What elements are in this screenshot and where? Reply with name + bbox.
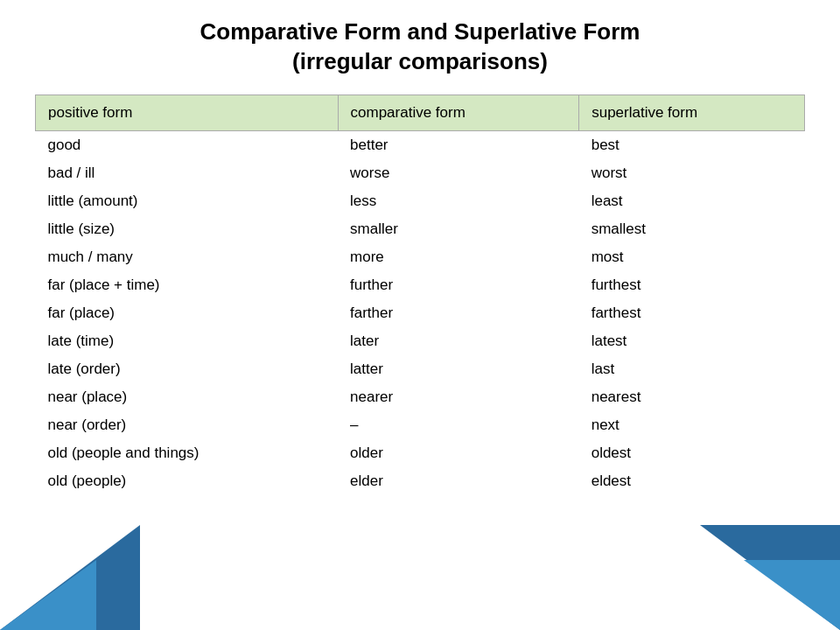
table-cell: better — [338, 130, 579, 159]
table-row: late (order)latterlast — [36, 355, 805, 383]
table-cell: good — [36, 130, 339, 159]
table-cell: smallest — [579, 215, 805, 243]
table-cell: next — [579, 411, 805, 439]
table-cell: worst — [579, 159, 805, 187]
table-cell: late (order) — [36, 355, 339, 383]
table-cell: eldest — [579, 467, 805, 495]
table-cell: furthest — [579, 271, 805, 299]
table-cell: latter — [338, 355, 579, 383]
table-cell: old (people and things) — [36, 439, 339, 467]
table-cell: near (place) — [36, 383, 339, 411]
table-header-row: positive form comparative form superlati… — [36, 94, 805, 130]
table-row: old (people and things)olderoldest — [36, 439, 805, 467]
header-positive-form: positive form — [36, 94, 339, 130]
table-cell: near (order) — [36, 411, 339, 439]
table-row: near (place)nearernearest — [36, 383, 805, 411]
table-row: late (time)laterlatest — [36, 327, 805, 355]
table-cell: older — [338, 439, 579, 467]
deco-left-inner-triangle — [0, 560, 96, 630]
header-superlative-form: superlative form — [579, 94, 805, 130]
page-wrapper: Comparative Form and Superlative Form (i… — [0, 0, 840, 630]
table-cell: smaller — [338, 215, 579, 243]
table-cell: last — [579, 355, 805, 383]
table-row: far (place)fartherfarthest — [36, 299, 805, 327]
table-cell: further — [338, 271, 579, 299]
table-cell: nearest — [579, 383, 805, 411]
table-cell: best — [579, 130, 805, 159]
table-cell: little (size) — [36, 215, 339, 243]
table-cell: elder — [338, 467, 579, 495]
table-cell: oldest — [579, 439, 805, 467]
deco-right-inner-triangle — [744, 560, 840, 630]
table-cell: farther — [338, 299, 579, 327]
table-row: far (place + time)furtherfurthest — [36, 271, 805, 299]
table-row: much / manymoremost — [36, 243, 805, 271]
table-cell: nearer — [338, 383, 579, 411]
table-cell: bad / ill — [36, 159, 339, 187]
table-cell: little (amount) — [36, 187, 339, 215]
table-cell: far (place) — [36, 299, 339, 327]
table-row: little (amount)lessleast — [36, 187, 805, 215]
header-comparative-form: comparative form — [338, 94, 579, 130]
table-cell: worse — [338, 159, 579, 187]
table-cell: old (people) — [36, 467, 339, 495]
table-row: little (size)smallersmallest — [36, 215, 805, 243]
table-cell: late (time) — [36, 327, 339, 355]
table-row: bad / illworseworst — [36, 159, 805, 187]
table-cell: later — [338, 327, 579, 355]
table-cell: latest — [579, 327, 805, 355]
table-row: goodbetterbest — [36, 130, 805, 159]
table-cell: far (place + time) — [36, 271, 339, 299]
table-cell: least — [579, 187, 805, 215]
table-cell: more — [338, 243, 579, 271]
table-row: near (order)–next — [36, 411, 805, 439]
table-row: old (people)eldereldest — [36, 467, 805, 495]
comparison-table: positive form comparative form superlati… — [35, 94, 805, 495]
table-cell: – — [338, 411, 579, 439]
table-cell: farthest — [579, 299, 805, 327]
table-cell: much / many — [36, 243, 339, 271]
table-cell: most — [579, 243, 805, 271]
table-cell: less — [338, 187, 579, 215]
page-title: Comparative Form and Superlative Form (i… — [200, 18, 640, 77]
